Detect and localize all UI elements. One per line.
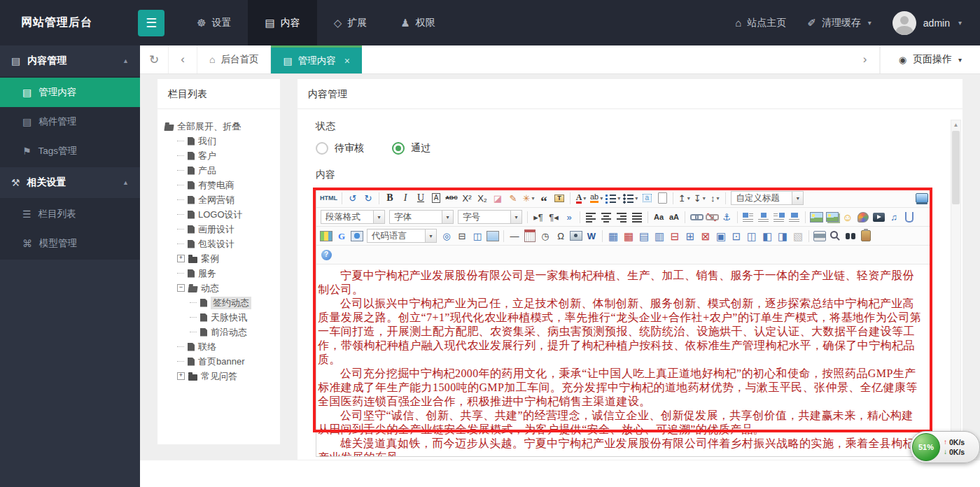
tree-item[interactable]: +常见问答 [177, 369, 277, 383]
ltr-icon[interactable]: ▸¶ [531, 210, 545, 225]
insert-image-icon[interactable] [809, 210, 824, 225]
scrollbar-thumb[interactable] [952, 131, 960, 204]
chevron-down-icon[interactable]: ▾ [600, 195, 603, 202]
select-all-icon[interactable]: a [640, 191, 654, 206]
unlink-icon[interactable] [704, 210, 718, 225]
split-cells-icon[interactable]: ◨ [776, 229, 790, 244]
uppercase-icon[interactable]: Aa [652, 210, 666, 225]
video-icon[interactable] [872, 210, 886, 225]
undo-icon[interactable]: ↺ [346, 191, 360, 206]
underline-icon[interactable]: U [414, 191, 428, 206]
chevron-down-icon[interactable]: ▾ [373, 211, 384, 223]
line-height-icon[interactable]: ↕▾ [708, 191, 722, 206]
image-float-left-icon[interactable] [741, 210, 755, 225]
blockquote-icon[interactable]: “ [537, 191, 551, 206]
special-chars-icon[interactable]: Ω [554, 229, 568, 244]
sidebar-item-tags[interactable]: ⚑Tags管理 [0, 136, 140, 166]
paragraph-format-select[interactable]: 段落格式▾ [321, 210, 385, 224]
attachment-icon[interactable] [902, 210, 916, 225]
tree-item[interactable]: LOGO设计 [177, 207, 277, 222]
tree-item[interactable]: 前沿动态 [190, 325, 277, 339]
delete-table-icon[interactable]: ▦ [622, 229, 636, 244]
font-color-icon[interactable]: A▾ [574, 191, 588, 206]
print-icon[interactable] [813, 229, 827, 244]
expand-icon[interactable]: + [177, 255, 185, 262]
tree-item[interactable]: 包装设计 [177, 237, 277, 251]
tree-item[interactable]: 产品 [177, 163, 277, 178]
nav-item-extensions[interactable]: ◇扩展 [317, 0, 384, 45]
subscript-icon[interactable]: X₂ [475, 191, 489, 206]
scrawl-icon[interactable] [856, 210, 870, 225]
source-code-button[interactable]: HTML [319, 191, 338, 206]
tree-item[interactable]: 首页banner [177, 354, 277, 369]
font-border-icon[interactable]: A [429, 191, 443, 206]
page-break-icon[interactable]: ⊟ [455, 229, 469, 244]
charts-icon[interactable]: ▧ [791, 229, 805, 244]
image-center-icon[interactable] [788, 210, 802, 225]
close-icon[interactable]: × [344, 55, 350, 66]
user-menu[interactable]: admin ▾ [892, 11, 962, 35]
tree-item[interactable]: −动态 [177, 281, 277, 295]
insert-table-icon[interactable]: ▦ [606, 229, 620, 244]
chevron-down-icon[interactable]: ▾ [792, 192, 803, 204]
code-language-select[interactable]: 代码语言▾ [367, 229, 437, 243]
tab-manage-content[interactable]: ▤管理内容× [271, 45, 361, 73]
align-justify-icon[interactable] [630, 210, 644, 225]
network-speed-widget[interactable]: 51% ↑0K/s ↓0K/s [910, 431, 980, 463]
date-icon[interactable] [523, 229, 537, 244]
remove-format-icon[interactable]: ◪ [491, 191, 505, 206]
tabs-scroll-left-button[interactable]: ‹ [169, 45, 197, 73]
scroll-up-arrow[interactable]: ▲ [951, 120, 960, 130]
redo-icon[interactable]: ↻ [361, 191, 375, 206]
emotion-icon[interactable]: ☺ [841, 210, 855, 225]
align-right-icon[interactable] [615, 210, 629, 225]
tree-item[interactable]: +案例 [177, 251, 277, 266]
clipboard-icon[interactable] [859, 229, 873, 244]
chevron-down-icon[interactable]: ▾ [425, 230, 436, 242]
gmap-icon[interactable]: G [335, 229, 349, 244]
chevron-down-icon[interactable]: ▾ [687, 195, 690, 202]
search-replace-icon[interactable] [844, 229, 858, 244]
format-match-icon[interactable]: ✎ [506, 191, 520, 206]
tree-item[interactable]: 画册设计 [177, 222, 277, 237]
panel-scrollbar[interactable]: ▲ ▼ [951, 120, 961, 456]
help-icon[interactable]: ? [319, 248, 333, 262]
word-image-icon[interactable]: W [584, 229, 598, 244]
lowercase-icon[interactable]: aA [667, 210, 681, 225]
snap-screen-icon[interactable] [569, 229, 583, 244]
tree-item[interactable]: 签约动态 [190, 295, 277, 310]
table-title-icon[interactable]: ▤ [637, 229, 651, 244]
chevron-down-icon[interactable]: ▾ [531, 195, 534, 202]
italic-icon[interactable]: I [398, 191, 412, 206]
sidebar-item-manage-content[interactable]: ▤管理内容 [0, 78, 140, 107]
chevron-down-icon[interactable]: ▾ [583, 195, 586, 202]
multi-image-icon[interactable] [825, 210, 839, 225]
chevron-down-icon[interactable]: ▾ [510, 211, 522, 223]
image-inline-icon[interactable] [757, 210, 771, 225]
delete-col-icon[interactable]: ⊠ [699, 229, 713, 244]
delete-row-icon[interactable]: ⊟ [668, 229, 682, 244]
tabs-scroll-right-button[interactable]: › [851, 45, 880, 73]
clear-cache-dropdown[interactable]: ✐清理缓存▾ [807, 17, 872, 29]
tree-expand-collapse-all[interactable]: 全部展开、折叠 [164, 119, 277, 134]
chevron-down-icon[interactable]: ▾ [442, 211, 453, 223]
radio-approved[interactable]: 通过 [392, 142, 430, 155]
tree-item[interactable]: 天脉快讯 [190, 310, 277, 325]
paste-plain-icon[interactable]: T [552, 191, 566, 206]
refresh-button[interactable]: ↻ [140, 45, 169, 73]
sidebar-section-related-settings[interactable]: ⚒ 相关设置 ▲ [0, 167, 140, 198]
merge-cells-icon[interactable]: ▣ [714, 229, 728, 244]
strikethrough-icon[interactable]: ABC [444, 191, 458, 206]
unordered-list-icon[interactable]: ▾ [622, 191, 638, 206]
sidebar-item-column-list[interactable]: ☰栏目列表 [0, 199, 140, 229]
custom-title-select[interactable]: 自定义标题▾ [731, 191, 804, 205]
chevron-down-icon[interactable]: ▾ [635, 195, 638, 202]
nav-item-content[interactable]: ▤内容 [248, 0, 316, 45]
sidebar-item-manuscripts[interactable]: ▤稿件管理 [0, 107, 140, 136]
tree-item[interactable]: 服务 [177, 266, 277, 281]
tree-item[interactable]: 联络 [177, 339, 277, 354]
tree-item[interactable]: 我们 [177, 134, 277, 148]
auto-typeset-icon[interactable]: ✳▾ [522, 191, 536, 206]
indent-icon[interactable]: » [562, 210, 576, 225]
background-color-icon[interactable]: ab▾ [589, 191, 603, 206]
